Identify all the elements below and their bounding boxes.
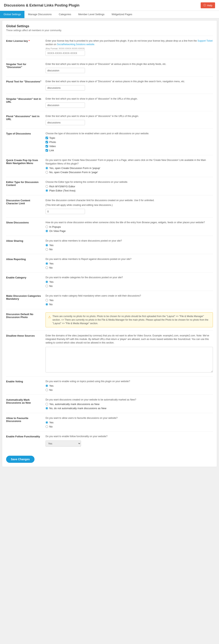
radio-sharing-no-input[interactable]: [46, 248, 48, 250]
radio-plain-editor[interactable]: Plain Editor (Text Area): [46, 189, 213, 192]
enable-follow-content: Do you want to enable follow functionali…: [46, 434, 213, 446]
enable-voting-row: Enable Voting Do you want to enable voti…: [6, 376, 213, 394]
radio-favourite-no-label: No: [49, 425, 53, 428]
radio-reporting-yes-label: Yes: [49, 262, 54, 265]
disallow-sources-content: Enter the domains of the sites (separate…: [46, 334, 213, 373]
radio-favourite-no[interactable]: No: [46, 425, 213, 428]
radio-category-yes-input[interactable]: [46, 280, 48, 283]
checkbox-link-label: Link: [49, 149, 54, 152]
radio-voting-yes[interactable]: Yes: [46, 384, 213, 387]
disallow-sources-textarea[interactable]: [46, 347, 213, 372]
radio-view-page[interactable]: On View Page: [46, 230, 213, 232]
page-title: Discussions & External Links Posting Plu…: [4, 3, 80, 8]
radio-popup[interactable]: Yes, open Create Discussion Form in 'pop…: [46, 166, 213, 170]
radio-page-label: No, open Create Discussion Form in 'page…: [49, 171, 98, 174]
quick-create-desc: Do you want to open the 'Create New Disc…: [46, 158, 213, 166]
radio-reporting-no-input[interactable]: [46, 266, 48, 269]
radio-mandatory-yes[interactable]: Yes: [46, 299, 213, 302]
tab-global-settings[interactable]: Global Settings: [0, 11, 24, 18]
radio-mandatory-no-input[interactable]: [46, 303, 48, 306]
license-key-desc: Enter your license key that is provided …: [46, 39, 213, 46]
radio-mandatory-no[interactable]: No: [46, 303, 213, 306]
sns-link[interactable]: SocialNetworking.Solutions website.: [57, 43, 95, 46]
categories-mandatory-label: Make Discussion Categories Mandatory: [6, 294, 46, 306]
radio-voting-no-input[interactable]: [46, 389, 48, 391]
radio-voting-yes-input[interactable]: [46, 384, 48, 387]
content-area: Global Settings These settings affect al…: [2, 20, 217, 467]
radio-favourite-yes-input[interactable]: [46, 421, 48, 424]
show-discussions-content: How do you want to show discussion entri…: [46, 221, 213, 232]
license-key-input[interactable]: [46, 50, 85, 56]
radio-voting-no[interactable]: No: [46, 388, 213, 392]
radio-automark-yes[interactable]: Yes, automatically mark discussions as N…: [46, 403, 213, 406]
auto-mark-new-desc: Do you want discussions created on your …: [46, 398, 213, 402]
tab-widgetized[interactable]: Widgetized Pages: [108, 11, 136, 18]
checkbox-topic-input[interactable]: [46, 137, 48, 139]
disallow-sources-desc: Enter the domains of the sites (separate…: [46, 334, 213, 344]
checkbox-link[interactable]: Link: [46, 149, 213, 152]
radio-viewpage-label: On View Page: [49, 230, 66, 232]
radio-page-input[interactable]: [46, 171, 48, 174]
checkbox-video[interactable]: Video: [46, 145, 213, 148]
save-changes-button[interactable]: Save Changes: [6, 456, 34, 463]
radio-automark-no-input[interactable]: [46, 407, 48, 410]
radio-favourite-yes[interactable]: Yes: [46, 421, 213, 424]
radio-page[interactable]: No, open Create Discussion Form in 'page…: [46, 171, 213, 174]
radio-popups-input[interactable]: [46, 226, 48, 228]
quick-create-label: Quick Create Pop Up from Main Navigation…: [6, 158, 46, 174]
radio-rich-input[interactable]: [46, 185, 48, 188]
radio-rich-editor[interactable]: Rich WYSIWYG Editor: [46, 185, 213, 188]
singular-url-input[interactable]: [46, 102, 85, 108]
tab-member-level[interactable]: Member Level Settings: [75, 11, 108, 18]
show-discussions-radios: In Popups On View Page: [46, 226, 213, 232]
enable-follow-label: Enable Follow Functionality: [6, 434, 46, 446]
radio-popup-input[interactable]: [46, 167, 48, 170]
radio-category-no-input[interactable]: [46, 285, 48, 287]
radio-plain-input[interactable]: [46, 189, 48, 192]
help-button[interactable]: ⓘ Help: [201, 2, 215, 8]
radio-in-popups[interactable]: In Popups: [46, 226, 213, 228]
default-no-photo-content: ⚠ There are currently no photo for no ph…: [46, 312, 213, 327]
radio-automark-yes-input[interactable]: [46, 403, 48, 406]
tab-categories[interactable]: Categories: [55, 11, 75, 18]
radio-mandatory-yes-label: Yes: [49, 299, 54, 302]
warning-text: There are currently no photo for no phot…: [52, 314, 210, 325]
radio-viewpage-input[interactable]: [46, 230, 48, 232]
character-limit-desc: Enter the discussion content character l…: [46, 198, 213, 202]
radio-sharing-no-label: No: [49, 248, 53, 251]
character-limit-input[interactable]: [46, 209, 85, 214]
radio-reporting-yes-input[interactable]: [46, 262, 48, 265]
enable-follow-select[interactable]: Yes No: [46, 440, 81, 446]
support-ticket-link[interactable]: Support Ticket: [198, 40, 213, 42]
checkbox-link-input[interactable]: [46, 149, 48, 152]
checkbox-topic[interactable]: Topic: [46, 136, 213, 140]
radio-sharing-yes-label: Yes: [49, 244, 54, 247]
radio-favourite-no-input[interactable]: [46, 425, 48, 428]
enable-voting-label: Enable Voting: [6, 380, 46, 392]
radio-category-yes[interactable]: Yes: [46, 280, 213, 283]
nav-tabs: Global Settings Manage Discussions Categ…: [0, 11, 219, 18]
singular-discussion-desc: Enter the text which you want to show in…: [46, 62, 213, 66]
allow-reporting-label: Allow Reporting: [6, 257, 46, 269]
checkbox-photo[interactable]: Photo: [46, 140, 213, 144]
radio-category-no[interactable]: No: [46, 284, 213, 288]
radio-sharing-yes[interactable]: Yes: [46, 244, 213, 247]
plural-url-input[interactable]: [46, 120, 85, 125]
allow-reporting-desc: Do you want to allow members to Report a…: [46, 257, 213, 261]
singular-discussion-label: Singular Text for "Discussion": [6, 62, 46, 73]
type-discussions-checkboxes: Topic Photo Video Link: [46, 136, 213, 152]
checkbox-photo-input[interactable]: [46, 141, 48, 143]
radio-reporting-no[interactable]: No: [46, 266, 213, 269]
allow-favourite-label: Allow to Favourite Discussions: [6, 416, 46, 428]
tab-manage-discussions[interactable]: Manage Discussions: [24, 11, 55, 18]
radio-reporting-yes[interactable]: Yes: [46, 262, 213, 265]
radio-sharing-no[interactable]: No: [46, 248, 213, 251]
key-format: (Key Format: XXXX-XXXX-XXXX-XXXX): [46, 47, 213, 50]
plural-discussions-input[interactable]: [46, 85, 85, 90]
radio-automark-no[interactable]: No, do not automatically mark discussion…: [46, 407, 213, 410]
radio-mandatory-yes-input[interactable]: [46, 299, 48, 302]
singular-url-content: Enter the text which you want to show in…: [46, 97, 213, 108]
radio-sharing-yes-input[interactable]: [46, 244, 48, 246]
checkbox-video-input[interactable]: [46, 145, 48, 148]
singular-discussion-input[interactable]: [46, 68, 85, 73]
